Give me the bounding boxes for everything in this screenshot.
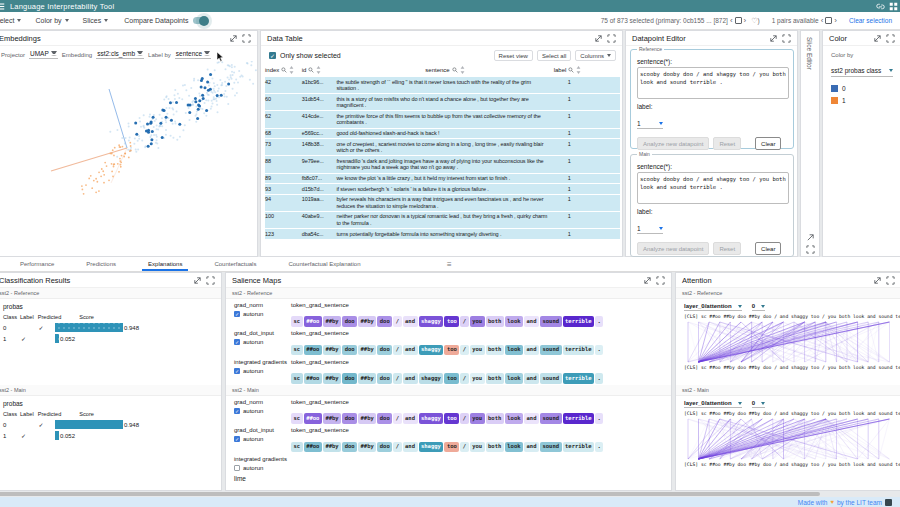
salience-token[interactable]: sc [291,345,303,356]
table-row[interactable]: 6031db54...this is a story of two misfit… [265,94,620,111]
salience-token[interactable]: terrible [563,442,595,453]
head-select[interactable]: 0 [752,303,765,311]
salience-token[interactable]: shaggy [419,345,444,356]
slices-menu[interactable]: Slices [83,17,109,24]
salience-token[interactable]: shaggy [419,413,444,424]
salience-token[interactable]: doo [377,413,392,424]
salience-token[interactable]: too [444,345,459,356]
salience-token[interactable]: both [486,413,504,424]
autorun-checkbox[interactable]: ✓ [234,465,240,471]
tab-counterfactual-explanation[interactable]: Counterfactual Explanation [272,257,376,271]
salience-token[interactable]: too [444,316,459,327]
salience-token[interactable]: look [505,413,523,424]
column-header-index[interactable]: index [265,64,302,77]
color-by-menu[interactable]: Color by [35,17,68,24]
table-row[interactable]: 93d15b7d...if steven soderbergh 's ` sol… [265,184,620,195]
salience-token[interactable]: ##oo [304,413,322,424]
salience-token[interactable]: look [505,442,523,453]
salience-token[interactable]: / [460,442,468,453]
projector-select[interactable]: UMAP [29,50,58,59]
only-show-selected-checkbox[interactable]: ✓ [269,52,276,59]
salience-token[interactable]: sound [540,413,562,424]
salience-token[interactable]: you [470,413,485,424]
salience-token[interactable]: and [524,373,539,384]
salience-token[interactable]: sc [291,373,303,384]
salience-token[interactable]: sc [291,442,303,453]
salience-token[interactable]: sc [291,316,303,327]
salience-token[interactable]: you [470,442,485,453]
compare-datapoints-toggle[interactable] [193,17,208,24]
salience-token[interactable]: . [595,373,603,384]
salience-token[interactable]: ##oo [304,316,322,327]
salience-token[interactable]: / [393,316,401,327]
salience-token[interactable]: ##by [358,373,376,384]
table-row[interactable]: 62414cde...the primitive force of this f… [265,111,620,128]
reset-view-button[interactable]: Reset view [494,50,533,61]
autorun-checkbox[interactable]: ✓ [234,311,240,317]
divider-handle[interactable]: ≡ [447,260,452,269]
next-primary-button[interactable]: › [744,16,747,25]
salience-token[interactable]: / [393,442,401,453]
embedding-scatter[interactable] [0,61,257,254]
salience-token[interactable]: and [524,316,539,327]
embedding-select[interactable]: sst2:cls_emb [96,50,144,59]
salience-token[interactable]: terrible [563,345,595,356]
salience-token[interactable]: / [393,345,401,356]
clear-selection-link[interactable]: Clear selection [849,17,892,24]
salience-token[interactable]: both [486,316,504,327]
salience-token[interactable]: look [505,345,523,356]
salience-token[interactable]: doo [342,413,357,424]
salience-token[interactable]: sound [540,316,562,327]
search-icon[interactable] [308,67,314,73]
salience-token[interactable]: look [505,316,523,327]
label-select[interactable]: 1 [637,120,663,129]
salience-token[interactable]: and [403,316,418,327]
maximize-icon[interactable] [607,34,616,43]
salience-token[interactable]: / [393,413,401,424]
salience-token[interactable]: terrible [563,413,595,424]
table-row[interactable]: 68e569cc...good old-fashioned slash-and-… [265,128,620,139]
autorun-checkbox[interactable]: ✓ [234,339,240,345]
salience-token[interactable]: look [505,373,523,384]
salience-token[interactable]: doo [377,316,392,327]
salience-token[interactable]: / [393,373,401,384]
salience-token[interactable]: ##by [358,345,376,356]
tab-counterfactuals[interactable]: Counterfactuals [198,257,272,271]
salience-token[interactable]: ##by [323,413,341,424]
tab-explanations[interactable]: Explanations [132,257,198,271]
autorun-checkbox[interactable]: ✓ [234,436,240,442]
search-icon[interactable] [452,67,458,73]
minimize-icon[interactable] [769,34,778,43]
sort-icon[interactable] [460,66,465,74]
salience-token[interactable]: and [524,442,539,453]
salience-token[interactable]: terrible [563,316,595,327]
prev-primary-button[interactable]: ‹ [730,16,733,25]
search-icon[interactable] [281,67,287,73]
table-row[interactable]: 89fb8c07...we know the plot 's a little … [265,173,620,184]
table-row[interactable]: 941019aa...byler reveals his characters … [265,194,620,211]
sort-icon[interactable] [316,66,321,74]
salience-token[interactable]: you [470,345,485,356]
sentence-input[interactable] [637,172,789,204]
sort-icon[interactable] [289,66,294,74]
autorun-checkbox[interactable]: ✓ [234,368,240,374]
clear-button[interactable]: Clear [755,137,781,150]
columns-button[interactable]: Columns [575,50,616,61]
salience-token[interactable]: you [470,316,485,327]
tab-performance[interactable]: Performance [4,257,70,271]
clear-button[interactable]: Clear [755,242,781,255]
salience-token[interactable]: ##by [358,316,376,327]
salience-token[interactable]: too [444,373,459,384]
salience-token[interactable]: doo [342,316,357,327]
salience-token[interactable]: . [595,413,603,424]
salience-token[interactable]: ##by [358,413,376,424]
salience-token[interactable]: shaggy [419,316,444,327]
horizontal-scrollbar[interactable] [0,492,820,496]
salience-token[interactable]: doo [342,442,357,453]
salience-token[interactable]: and [403,442,418,453]
maximize-icon[interactable] [886,276,895,285]
salience-token[interactable]: shaggy [419,373,444,384]
slice-editor-tab[interactable]: Slice Editor [800,30,820,257]
minimize-icon[interactable] [193,276,202,285]
maximize-icon[interactable] [656,276,665,285]
